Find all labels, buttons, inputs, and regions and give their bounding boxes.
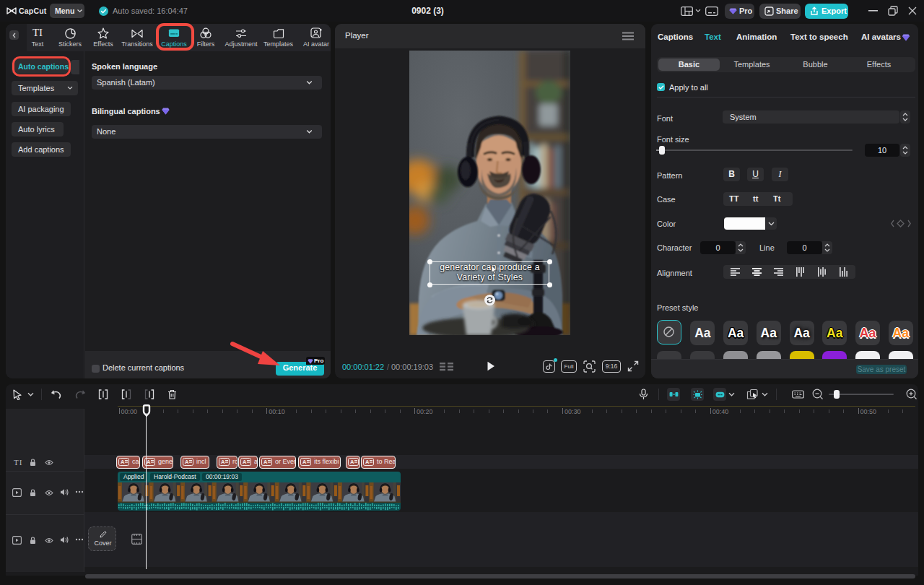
- svg-text:A: A: [263, 459, 268, 465]
- svg-text:A: A: [221, 459, 225, 465]
- svg-text:A: A: [365, 459, 370, 465]
- svg-text:A: A: [121, 459, 125, 465]
- svg-text:A: A: [243, 459, 247, 465]
- svg-text:A: A: [147, 459, 151, 465]
- svg-text:A: A: [185, 459, 189, 465]
- svg-text:A: A: [350, 459, 354, 465]
- svg-text:A: A: [302, 459, 307, 465]
